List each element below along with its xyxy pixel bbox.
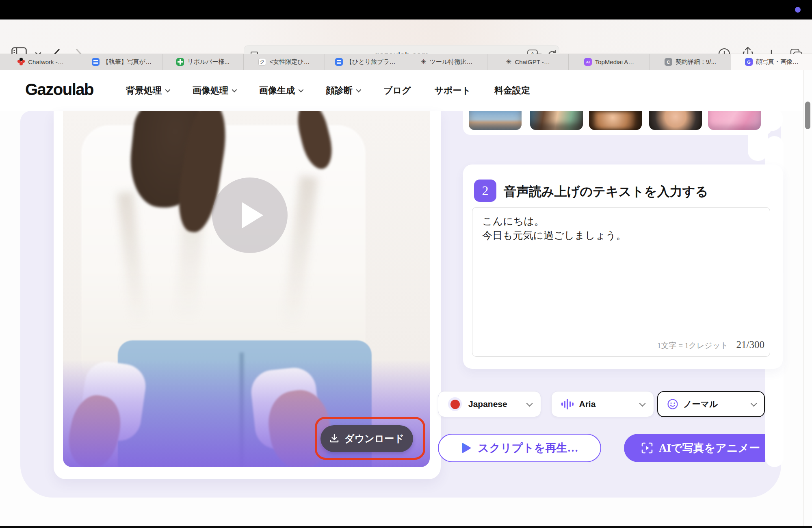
tab-gazoulab-active[interactable]: G 顔写真・画像…: [731, 54, 812, 70]
nav-background-processing[interactable]: 背景処理: [126, 84, 169, 97]
tab-quest[interactable]: ク <女性限定ひ…: [244, 54, 325, 70]
style-dropdown[interactable]: ノーマル: [657, 391, 765, 417]
tab-chatgpt[interactable]: ✳ ChatGPT -…: [487, 54, 569, 70]
nav-image-generation[interactable]: 画像生成: [259, 84, 302, 97]
nav-image-processing[interactable]: 画像処理: [193, 84, 236, 97]
credit-note: 1文字 = 1クレジット: [657, 340, 728, 351]
tab-chatwork[interactable]: Chatwork -…: [0, 54, 81, 70]
download-button[interactable]: ダウンロード: [320, 425, 413, 452]
ai-badge-icon: AI: [584, 58, 592, 66]
play-icon: [461, 442, 472, 454]
animate-photo-button[interactable]: AIで写真をアニメー: [624, 434, 765, 462]
tab-topmediai[interactable]: AI TopMediai A…: [569, 54, 650, 70]
voice-thumbnail-pink-hair[interactable]: [708, 111, 761, 130]
doc-icon: [92, 58, 100, 66]
chatwork-icon: [17, 58, 25, 66]
tts-text-input[interactable]: こんにちは。 今日も元気に過ごしましょう。: [472, 207, 770, 357]
tab-bar: Chatwork -… 【執筆】写真が… リポルバー様... ク <女性限定ひ……: [0, 54, 812, 70]
voice-thumbnail-baby[interactable]: [649, 111, 702, 130]
japan-flag-icon: [448, 397, 462, 411]
g-badge-icon: G: [745, 58, 753, 66]
status-dot: [795, 7, 801, 13]
char-counter: 1文字 = 1クレジット 21/300: [657, 339, 764, 351]
char-count: 21/300: [736, 339, 764, 351]
chevron-down-icon: [751, 400, 757, 407]
video-card: ダウンロード: [54, 111, 441, 479]
play-icon: [242, 202, 263, 228]
scrollbar-track[interactable]: [803, 70, 812, 526]
language-dropdown[interactable]: Japanese: [438, 391, 541, 417]
window-bottom-edge: [0, 526, 812, 528]
waveform-icon: [561, 399, 574, 409]
nav-blog[interactable]: ブログ: [383, 84, 411, 97]
tab-doc-1[interactable]: 【執筆】写真が…: [81, 54, 162, 70]
chevron-down-icon: [356, 87, 362, 93]
macos-menubar: [0, 0, 812, 19]
openai-icon: ✳: [506, 58, 511, 65]
tab-contract[interactable]: C 契約詳細：9/...: [650, 54, 731, 70]
browser-toolbar: gazoulab.com A文: [0, 19, 812, 54]
voice-thumbnail-anime-girl[interactable]: [469, 111, 522, 130]
quest-icon: ク: [258, 58, 266, 66]
tts-textarea-wrap: こんにちは。 今日も元気に過ごしましょう。 1文字 = 1クレジット 21/30…: [472, 207, 770, 357]
chevron-down-icon: [165, 87, 171, 93]
nav-face-diagnosis[interactable]: 顔診断: [326, 84, 360, 97]
smiley-icon: [667, 398, 678, 410]
step2-card: 2 音声読み上げのテキストを入力する こんにちは。 今日も元気に過ごしましょう。…: [463, 164, 783, 369]
tab-doc-2[interactable]: 【ひとり旅プラ…: [325, 54, 406, 70]
play-script-button[interactable]: スクリプトを再生…: [438, 434, 601, 462]
step-title: 音声読み上げのテキストを入力する: [504, 183, 708, 200]
download-icon: [329, 434, 339, 444]
site-header: Gazoulab 背景処理 画像処理 画像生成 顔診断 ブログ サポート 料金設…: [0, 70, 812, 111]
video-player[interactable]: ダウンロード: [63, 111, 430, 467]
doc-icon: [335, 58, 343, 66]
voice-avatar-list: [463, 111, 772, 135]
step-number-badge: 2: [474, 180, 496, 202]
c-badge-icon: C: [665, 58, 672, 66]
site-logo[interactable]: Gazoulab: [25, 80, 93, 99]
nav-pricing[interactable]: 料金設定: [494, 84, 530, 97]
scrollbar-thumb[interactable]: [805, 102, 810, 129]
page-content: ダウンロード 2 音声読み上げのテキストを入力する こんにちは。 今日も元気に過…: [0, 111, 812, 526]
voice-dropdown[interactable]: Aria: [551, 391, 654, 417]
chevron-down-icon: [299, 87, 304, 93]
voice-thumbnail-anime-boy[interactable]: [530, 111, 583, 130]
spreadsheet-icon: [176, 58, 184, 66]
chevron-down-icon: [639, 400, 646, 407]
openai-icon: ✳: [421, 58, 427, 65]
animate-icon: [641, 442, 653, 454]
chevron-down-icon: [526, 400, 533, 407]
nav-support[interactable]: サポート: [435, 84, 471, 97]
section-container: ダウンロード 2 音声読み上げのテキストを入力する こんにちは。 今日も元気に過…: [20, 111, 781, 498]
tab-spreadsheet[interactable]: リポルバー様...: [162, 54, 244, 70]
play-button[interactable]: [212, 177, 288, 253]
voice-thumbnail-baby-headphones[interactable]: [589, 111, 642, 130]
chevron-down-icon: [232, 87, 237, 93]
tab-openai-1[interactable]: ✳ ツール特徴比…: [406, 54, 487, 70]
main-nav: 背景処理 画像処理 画像生成 顔診断 ブログ サポート 料金設定: [126, 70, 530, 111]
